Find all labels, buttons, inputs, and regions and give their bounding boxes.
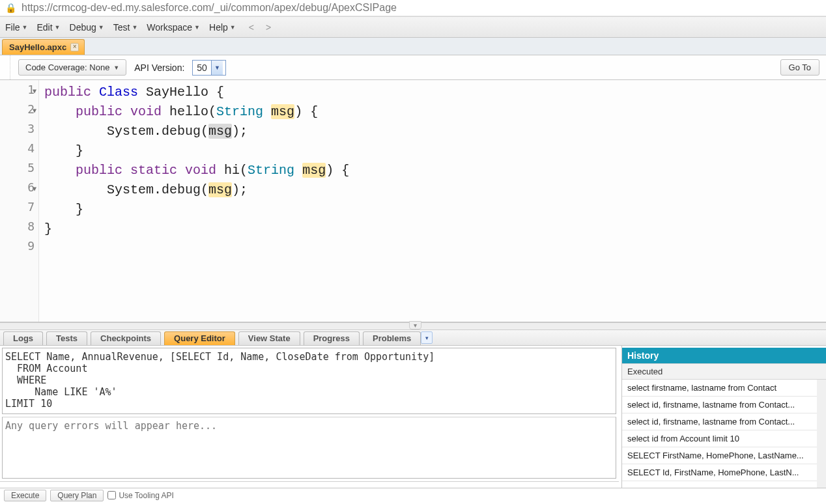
- line-number: 6▼: [0, 180, 35, 200]
- toolbar-gutter: [7, 55, 10, 79]
- file-tab-bar: SayHello.apxc ×: [0, 38, 826, 55]
- query-errors: Any query errors will appear here...: [2, 417, 616, 479]
- bottom-pane: SELECT Name, AnnualRevenue, [SELECT Id, …: [0, 346, 826, 488]
- menu-debug[interactable]: Debug ▼: [70, 22, 104, 33]
- tab-checkpoints[interactable]: Checkpoints: [91, 331, 161, 345]
- tab-progress[interactable]: Progress: [304, 331, 360, 345]
- tab-problems[interactable]: Problems: [363, 331, 421, 345]
- history-column-header: Executed: [622, 363, 826, 380]
- chevron-down-icon: ▼: [22, 24, 28, 31]
- api-version-label: API Version:: [134, 63, 184, 73]
- history-item[interactable]: select id, firstname, lastname from Cont…: [622, 413, 817, 430]
- editor-toolbar: Code Coverage: None ▼ API Version: 50 ▼ …: [0, 55, 826, 80]
- api-version-select[interactable]: 50 ▼: [192, 60, 226, 76]
- line-gutter: 1▼2▼3456▼789: [0, 80, 39, 322]
- query-input[interactable]: SELECT Name, AnnualRevenue, [SELECT Id, …: [2, 348, 616, 414]
- expand-panel-button[interactable]: ▾: [421, 331, 433, 344]
- code-editor[interactable]: 1▼2▼3456▼789 public Class SayHello { pub…: [0, 80, 826, 322]
- chevron-down-icon: ▼: [132, 24, 137, 31]
- close-icon[interactable]: ×: [70, 43, 79, 51]
- history-list[interactable]: ▲ ▼ select firstname, lastname from Cont…: [622, 380, 826, 488]
- tab-view-state[interactable]: View State: [238, 331, 300, 345]
- query-footer: [0, 481, 619, 488]
- file-tab[interactable]: SayHello.apxc ×: [2, 39, 85, 55]
- query-plan-button[interactable]: Query Plan: [50, 490, 104, 501]
- menu-edit[interactable]: Edit ▼: [36, 22, 60, 33]
- file-tab-label: SayHello.apxc: [9, 42, 66, 52]
- history-panel: History Executed ▲ ▼ select firstname, l…: [621, 346, 826, 488]
- line-number: 1▼: [0, 83, 35, 102]
- use-tooling-api-checkbox[interactable]: Use Tooling API: [107, 491, 174, 500]
- history-item[interactable]: select id, firstname, lastname from Cont…: [622, 397, 817, 413]
- chevron-down-icon: ▼: [55, 24, 61, 31]
- page-url: https://crmcog-dev-ed.my.salesforce.com/…: [21, 2, 397, 14]
- goto-button[interactable]: Go To: [780, 59, 819, 76]
- chevron-down-icon: ▼: [194, 24, 200, 31]
- bottom-tab-bar: LogsTestsCheckpointsQuery EditorView Sta…: [0, 330, 826, 346]
- line-number: 4: [0, 141, 35, 161]
- fold-icon[interactable]: ▼: [33, 185, 36, 192]
- chevron-down-icon: ▼: [113, 64, 119, 71]
- scrollbar-thumb[interactable]: [818, 387, 826, 446]
- line-number: 5: [0, 161, 35, 180]
- splitter-handle[interactable]: [0, 322, 826, 330]
- query-column: SELECT Name, AnnualRevenue, [SELECT Id, …: [0, 346, 621, 488]
- tab-query-editor[interactable]: Query Editor: [164, 331, 235, 345]
- lock-icon: 🔒: [5, 3, 16, 13]
- history-title: History: [622, 348, 826, 363]
- scroll-down-icon[interactable]: ▼: [818, 482, 826, 488]
- line-number: 9: [0, 239, 35, 259]
- tab-tests[interactable]: Tests: [46, 331, 87, 345]
- menu-workspace[interactable]: Workspace ▼: [147, 22, 200, 33]
- line-number: 3: [0, 122, 35, 141]
- nav-back-button[interactable]: <: [249, 22, 254, 33]
- execute-button[interactable]: Execute: [4, 490, 46, 501]
- history-item[interactable]: select firstname, lastname from Contact: [622, 380, 817, 397]
- scroll-up-icon[interactable]: ▲: [818, 380, 826, 385]
- line-number: 8: [0, 219, 35, 239]
- menu-file[interactable]: File ▼: [5, 22, 27, 33]
- chevron-down-icon: ▼: [230, 24, 236, 31]
- chevron-down-icon: ▼: [211, 61, 223, 75]
- nav-forward-button[interactable]: >: [266, 22, 271, 33]
- history-item[interactable]: SELECT Id, FirstName, HomePhone, LastN..…: [622, 464, 817, 481]
- menu-help[interactable]: Help ▼: [209, 22, 236, 33]
- history-item[interactable]: SELECT FirstName, HomePhone, LastName...: [622, 447, 817, 464]
- tab-logs[interactable]: Logs: [3, 331, 43, 345]
- line-number: 7: [0, 200, 35, 219]
- menu-bar: File ▼Edit ▼Debug ▼Test ▼Workspace ▼Help…: [0, 16, 826, 38]
- footer-bar: Execute Query Plan Use Tooling API: [0, 488, 826, 502]
- code-coverage-button[interactable]: Code Coverage: None ▼: [18, 59, 126, 76]
- chevron-down-icon: ▼: [98, 24, 104, 31]
- line-number: 2▼: [0, 102, 35, 122]
- address-bar: 🔒 https://crmcog-dev-ed.my.salesforce.co…: [0, 0, 826, 16]
- fold-icon[interactable]: ▼: [33, 87, 36, 94]
- history-item[interactable]: select id from Account limit 10: [622, 430, 817, 447]
- fold-icon[interactable]: ▼: [33, 107, 36, 114]
- code-area[interactable]: public Class SayHello { public void hell…: [39, 80, 826, 322]
- menu-test[interactable]: Test ▼: [113, 22, 138, 33]
